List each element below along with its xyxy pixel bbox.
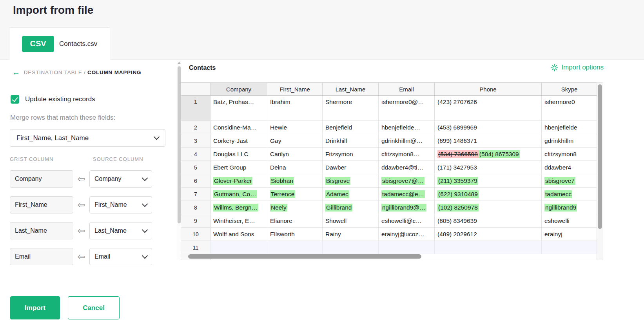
grist-column-field[interactable]: Email	[10, 248, 73, 265]
update-existing-records-checkbox[interactable]	[11, 95, 19, 104]
cell-skype[interactable]: cfitzsymon8	[542, 148, 597, 161]
merge-fields-select[interactable]: First_Name, Last_Name	[10, 129, 165, 147]
cell-skype[interactable]: hbenjefielde	[542, 121, 597, 134]
row-number[interactable]: 10	[181, 228, 210, 241]
cell-first_name[interactable]: Neely	[267, 201, 323, 214]
row-number[interactable]: 11	[181, 241, 210, 254]
cell-skype[interactable]: ishermore0	[542, 96, 597, 120]
cell-company[interactable]: Gutmann, Co…	[210, 188, 267, 201]
grist-column-field[interactable]: Company	[10, 170, 73, 188]
cell-email[interactable]: gdrinkhillm@…	[379, 134, 435, 147]
cell-phone[interactable]: (622) 9310489	[435, 188, 542, 201]
row-number[interactable]: 7	[181, 188, 210, 201]
cell-email[interactable]	[379, 241, 435, 254]
cell-company[interactable]: Glover-Parker	[210, 174, 267, 187]
cell-first_name[interactable]: Terrence	[267, 188, 323, 201]
preview-vertical-scrollbar[interactable]	[597, 82, 603, 260]
column-header-last_name[interactable]: Last_Name	[323, 83, 379, 95]
cell-company[interactable]: Corkery-Jast	[210, 134, 267, 147]
cell-skype[interactable]: erainyj	[542, 228, 597, 241]
cell-phone[interactable]: (489) 2029612	[435, 228, 542, 241]
cell-email[interactable]: eshowelli@c…	[379, 214, 435, 227]
cell-last_name[interactable]: Dawber	[323, 161, 379, 174]
cell-company[interactable]: Wintheiser, E…	[210, 214, 267, 227]
cell-last_name[interactable]	[323, 241, 379, 254]
cell-email[interactable]: ddawber4@ti…	[379, 161, 435, 174]
row-number[interactable]: 8	[181, 201, 210, 214]
cell-email[interactable]: ishermore0@…	[379, 96, 435, 120]
cell-first_name[interactable]: Carilyn	[267, 148, 323, 161]
cell-phone[interactable]: (699) 1486371	[435, 134, 542, 147]
column-header-skype[interactable]: Skype	[542, 83, 597, 95]
cell-phone[interactable]: (102) 8250978	[435, 201, 542, 214]
cell-company[interactable]: Wolff and Sons	[210, 228, 267, 241]
cell-last_name[interactable]: Shermore	[323, 96, 379, 120]
cell-skype[interactable]	[542, 241, 597, 254]
cell-last_name[interactable]: Rainy	[323, 228, 379, 241]
row-number[interactable]: 1	[181, 96, 210, 120]
row-number[interactable]: 9	[181, 214, 210, 227]
breadcrumb-destination-table[interactable]: DESTINATION TABLE	[24, 69, 82, 75]
source-column-select[interactable]: Email	[89, 248, 152, 265]
cell-last_name[interactable]: Benjefield	[323, 121, 379, 134]
preview-vscrollbar-thumb[interactable]	[598, 84, 602, 229]
import-options-link[interactable]: Import options	[551, 64, 604, 71]
cell-first_name[interactable]: Ellsworth	[267, 228, 323, 241]
row-number[interactable]: 3	[181, 134, 210, 147]
row-number[interactable]: 4	[181, 148, 210, 161]
cell-company[interactable]: Considine-Ma…	[210, 121, 267, 134]
cell-company[interactable]	[210, 241, 267, 254]
cell-company[interactable]: Douglas LLC	[210, 148, 267, 161]
cell-phone[interactable]: (171) 3427953	[435, 161, 542, 174]
cell-phone[interactable]: (605) 8349639	[435, 214, 542, 227]
cell-skype[interactable]: eshowelli	[542, 214, 597, 227]
cell-phone[interactable]	[435, 241, 542, 254]
preview-horizontal-scrollbar[interactable]	[188, 254, 421, 259]
cell-phone[interactable]: (211) 3359379	[435, 174, 542, 187]
cell-phone[interactable]: (423) 2707626	[435, 96, 542, 120]
import-button[interactable]: Import	[10, 296, 60, 319]
file-tab[interactable]: CSV Contacts.csv	[9, 27, 110, 60]
cell-last_name[interactable]: Showell	[323, 214, 379, 227]
cell-email[interactable]: sbisgrove7@…	[379, 174, 435, 187]
source-column-select[interactable]: First_Name	[89, 196, 152, 213]
cell-last_name[interactable]: Drinkhill	[323, 134, 379, 147]
cell-first_name[interactable]: Ibrahim	[267, 96, 323, 120]
update-existing-records-row[interactable]: Update existing records	[11, 95, 95, 104]
column-header-phone[interactable]: Phone	[435, 83, 542, 95]
cell-skype[interactable]: sbisgrove7	[542, 174, 597, 187]
cell-phone[interactable]: (534) 7366598(504) 8675309	[435, 148, 542, 161]
grid-corner-cell[interactable]	[181, 83, 210, 95]
column-header-first_name[interactable]: First_Name	[267, 83, 323, 95]
grist-column-field[interactable]: First_Name	[10, 196, 73, 213]
cell-phone[interactable]: (453) 6899969	[435, 121, 542, 134]
cell-first_name[interactable]: Siobhan	[267, 174, 323, 187]
left-scrollbar-thumb[interactable]	[178, 66, 181, 223]
cell-company[interactable]: Willms, Bergn…	[210, 201, 267, 214]
cell-first_name[interactable]: Gay	[267, 134, 323, 147]
cell-email[interactable]: ngillibrand9@…	[379, 201, 435, 214]
cell-email[interactable]: hbenjefielde…	[379, 121, 435, 134]
scroll-up-arrow-icon[interactable]	[178, 62, 181, 64]
grist-column-field[interactable]: Last_Name	[10, 222, 73, 239]
cell-company[interactable]: Batz, Prohas…	[210, 96, 267, 120]
cell-last_name[interactable]: Fitzsymon	[323, 148, 379, 161]
cell-last_name[interactable]: Adamec	[323, 188, 379, 201]
cell-skype[interactable]: tadamecc	[542, 188, 597, 201]
cell-first_name[interactable]: Hewie	[267, 121, 323, 134]
column-header-email[interactable]: Email	[379, 83, 435, 95]
row-number[interactable]: 5	[181, 161, 210, 174]
cell-first_name[interactable]: Elianore	[267, 214, 323, 227]
cell-skype[interactable]: ngillibrand9	[542, 201, 597, 214]
cell-last_name[interactable]: Gillibrand	[323, 201, 379, 214]
back-arrow-icon[interactable]: ←	[12, 68, 20, 76]
cell-first_name[interactable]	[267, 241, 323, 254]
cell-email[interactable]: tadamecc@e…	[379, 188, 435, 201]
row-number[interactable]: 6	[181, 174, 210, 187]
cancel-button[interactable]: Cancel	[68, 296, 120, 319]
source-column-select[interactable]: Last_Name	[89, 222, 152, 239]
row-number[interactable]: 2	[181, 121, 210, 134]
cell-first_name[interactable]: Deina	[267, 161, 323, 174]
cell-email[interactable]: cfitzsymon8…	[379, 148, 435, 161]
cell-skype[interactable]: gdrinkhillm	[542, 134, 597, 147]
